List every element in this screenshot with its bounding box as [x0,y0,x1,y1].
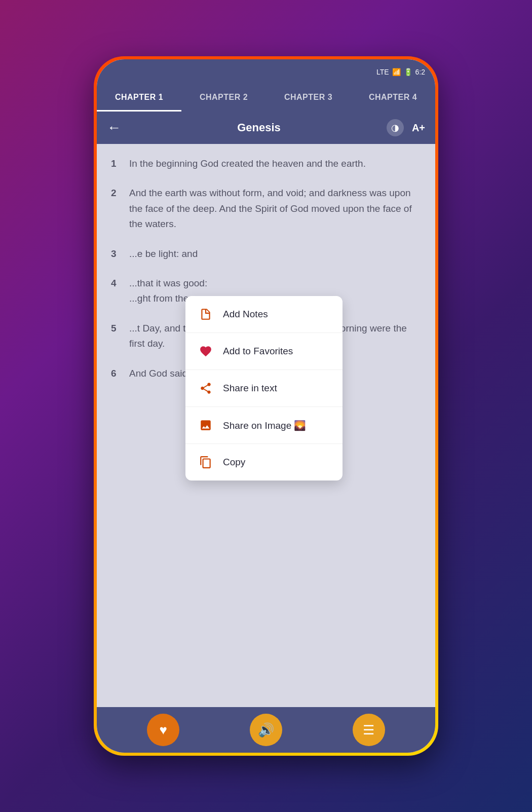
heart-icon [198,343,214,359]
add-favorites-label: Add to Favorites [223,346,293,357]
context-menu: Add Notes Add to Favorites [185,296,343,481]
share-text-icon [198,380,214,396]
time-label: 6:2 [415,68,425,76]
menu-item-add-notes[interactable]: Add Notes [185,296,343,333]
battery-icon: 🔋 [404,68,412,76]
signal-icon: 📶 [392,68,401,76]
share-image-label: Share on Image 🌄 [223,420,306,431]
copy-icon [198,454,214,470]
theme-toggle-button[interactable]: ◑ [387,119,404,136]
tab-chapter-2[interactable]: CHAPTER 2 [181,85,266,112]
nav-bar: ← Genesis ◑ A+ [97,112,435,144]
page-title: Genesis [131,121,387,134]
lte-label: LTE [376,68,389,76]
chapter-tabs: CHAPTER 1 CHAPTER 2 CHAPTER 3 CHAPTER 4 [97,85,435,112]
tab-chapter-4[interactable]: CHAPTER 4 [351,85,435,112]
tab-chapter-1[interactable]: CHAPTER 1 [97,85,181,112]
status-icons: LTE 📶 🔋 6:2 [376,68,425,76]
status-bar: LTE 📶 🔋 6:2 [97,59,435,85]
phone-screen: LTE 📶 🔋 6:2 CHAPTER 1 CHAPTER 2 CHAPTER … [97,59,435,753]
content-area: 1 In the beginning God created the heave… [97,144,435,707]
font-size-button[interactable]: A+ [412,122,425,134]
menu-item-share-text[interactable]: Share in text [185,370,343,407]
back-button[interactable]: ← [107,120,121,136]
add-notes-label: Add Notes [223,309,268,320]
copy-label: Copy [223,457,245,468]
notes-icon [198,306,214,322]
menu-button[interactable]: ☰ [353,714,385,746]
favorites-bottom-button[interactable]: ♥ [147,714,179,746]
heart-bottom-icon: ♥ [160,722,167,738]
share-image-icon [198,417,214,433]
phone-frame: LTE 📶 🔋 6:2 CHAPTER 1 CHAPTER 2 CHAPTER … [94,56,438,756]
audio-button[interactable]: 🔊 [250,714,282,746]
nav-actions: ◑ A+ [387,119,425,136]
bottom-nav: ♥ 🔊 ☰ [97,707,435,753]
share-text-label: Share in text [223,383,277,394]
tab-chapter-3[interactable]: CHAPTER 3 [266,85,351,112]
menu-item-share-image[interactable]: Share on Image 🌄 [185,407,343,444]
menu-item-copy[interactable]: Copy [185,444,343,481]
theme-icon: ◑ [391,122,399,133]
menu-item-favorites[interactable]: Add to Favorites [185,333,343,370]
menu-icon: ☰ [363,722,374,738]
audio-icon: 🔊 [258,722,274,738]
